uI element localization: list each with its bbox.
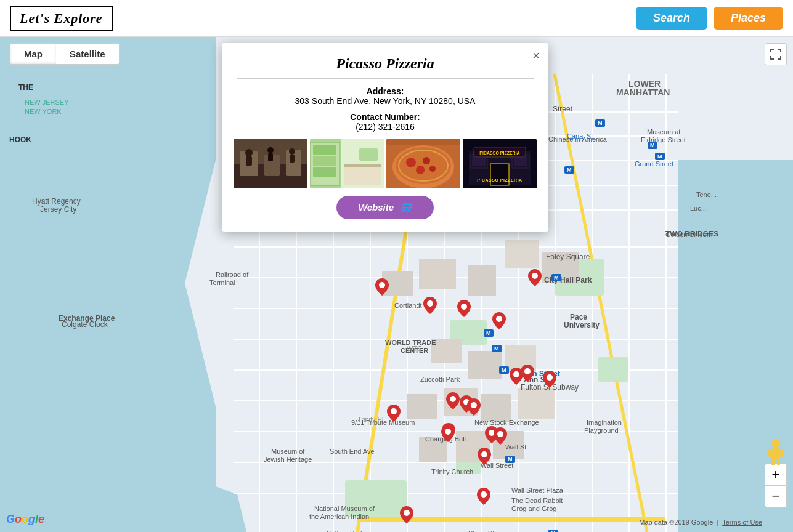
popup-contact-value: (212) 321-2616	[237, 122, 534, 132]
svg-point-105	[406, 158, 416, 167]
svg-rect-42	[419, 259, 456, 289]
popup-address-value: 303 South End Ave, New York, NY 10280, U…	[237, 96, 534, 106]
svg-point-61	[513, 371, 519, 377]
popup-title: Picasso Pizzeria	[237, 55, 534, 79]
popup-photo-1	[234, 139, 307, 188]
svg-point-56	[379, 282, 385, 288]
transit-badge-canal2-m: M	[648, 142, 657, 149]
svg-rect-47	[468, 351, 502, 379]
svg-rect-121	[514, 156, 527, 166]
svg-rect-76	[771, 448, 780, 459]
places-button[interactable]: Places	[714, 7, 783, 30]
transit-badge-m7: M	[548, 530, 558, 532]
svg-point-64	[450, 396, 456, 402]
svg-rect-89	[268, 153, 273, 161]
map-pin[interactable]	[494, 427, 507, 445]
popup-photo-4: PICASSO PIZZERIA	[463, 139, 537, 188]
svg-point-68	[497, 431, 503, 437]
map-pin[interactable]	[423, 297, 437, 314]
svg-point-60	[532, 273, 538, 279]
map-pin[interactable]	[457, 300, 471, 317]
svg-point-73	[404, 510, 410, 516]
svg-rect-40	[598, 357, 628, 382]
popup-photo-3	[386, 139, 460, 188]
header-buttons: Search Places	[636, 7, 783, 30]
map-type-toggle: Map Satellite	[10, 43, 120, 65]
svg-rect-14	[234, 308, 678, 309]
satellite-button[interactable]: Satellite	[56, 44, 119, 64]
svg-point-62	[524, 368, 531, 374]
svg-rect-96	[313, 145, 336, 155]
map-pin[interactable]	[400, 506, 413, 523]
svg-rect-80	[780, 449, 783, 457]
svg-rect-110	[386, 139, 460, 145]
map-pin[interactable]	[492, 312, 506, 329]
popup-card: × Picasso Pizzeria Address: 303 South En…	[222, 43, 548, 232]
svg-rect-97	[313, 156, 336, 166]
transit-badge-m3: M	[484, 329, 494, 337]
map-button[interactable]: Map	[10, 44, 56, 64]
transit-badge-m5: M	[499, 366, 509, 374]
globe-icon: 🌐	[400, 202, 412, 212]
zoom-controls: + −	[765, 464, 787, 507]
popup-close-button[interactable]: ×	[532, 49, 540, 62]
svg-point-57	[427, 300, 433, 307]
svg-point-63	[547, 374, 553, 381]
transit-badge-m2: M	[551, 274, 561, 281]
svg-rect-100	[344, 164, 381, 167]
svg-point-86	[245, 149, 253, 156]
map-pin[interactable]	[477, 488, 490, 505]
svg-rect-29	[555, 74, 556, 532]
svg-point-107	[416, 166, 425, 174]
map-pin[interactable]	[387, 405, 401, 422]
map-pin[interactable]	[521, 365, 534, 382]
website-button[interactable]: Website 🌐	[336, 196, 434, 219]
svg-rect-44	[505, 240, 539, 268]
map-pin[interactable]	[528, 269, 542, 286]
map-pin[interactable]	[543, 371, 556, 388]
svg-point-75	[771, 439, 780, 448]
map-attribution: Map data ©2019 Google | Terms of Use	[639, 518, 762, 526]
svg-rect-38	[345, 480, 407, 517]
svg-point-90	[289, 148, 295, 155]
map-pin[interactable]	[441, 425, 455, 442]
popup-photo-2	[310, 139, 384, 188]
transit-badge-m6: M	[505, 456, 515, 463]
svg-rect-79	[768, 449, 771, 457]
transit-badge-canal3-m: M	[655, 153, 665, 160]
svg-rect-30	[592, 74, 593, 532]
svg-point-106	[423, 157, 430, 164]
svg-rect-46	[431, 339, 462, 363]
svg-point-58	[461, 304, 467, 310]
zoom-out-button[interactable]: −	[765, 485, 787, 507]
popup-contact-label: Contact Number:	[237, 112, 534, 122]
svg-point-70	[391, 408, 397, 414]
search-button[interactable]: Search	[636, 7, 707, 30]
map-pin[interactable]	[478, 448, 491, 465]
svg-rect-32	[665, 74, 667, 532]
svg-rect-43	[468, 265, 496, 296]
svg-rect-12	[234, 246, 678, 248]
svg-point-74	[481, 491, 487, 498]
svg-point-104	[396, 147, 451, 184]
pegman-icon[interactable]	[766, 438, 786, 458]
svg-point-88	[267, 147, 274, 153]
header: Let's Explore Search Places	[0, 0, 793, 37]
svg-point-59	[496, 316, 502, 322]
google-logo: Google	[6, 513, 44, 526]
map-pin[interactable]	[446, 392, 460, 409]
logo: Let's Explore	[10, 6, 113, 31]
svg-rect-99	[344, 164, 381, 185]
map-pin[interactable]	[467, 398, 481, 416]
fullscreen-button[interactable]	[765, 43, 787, 65]
svg-rect-91	[290, 155, 295, 163]
svg-rect-20	[234, 493, 678, 494]
popup-photos: PICASSO PIZZERIA	[237, 139, 534, 188]
svg-rect-101	[359, 148, 378, 161]
svg-point-72	[481, 451, 487, 457]
svg-rect-87	[246, 156, 252, 166]
transit-badge-m4: M	[492, 345, 502, 352]
popup-address-label: Address:	[237, 86, 534, 96]
map-pin[interactable]	[375, 278, 389, 296]
svg-text:PICASSO PIZZERIA: PICASSO PIZZERIA	[479, 151, 519, 155]
